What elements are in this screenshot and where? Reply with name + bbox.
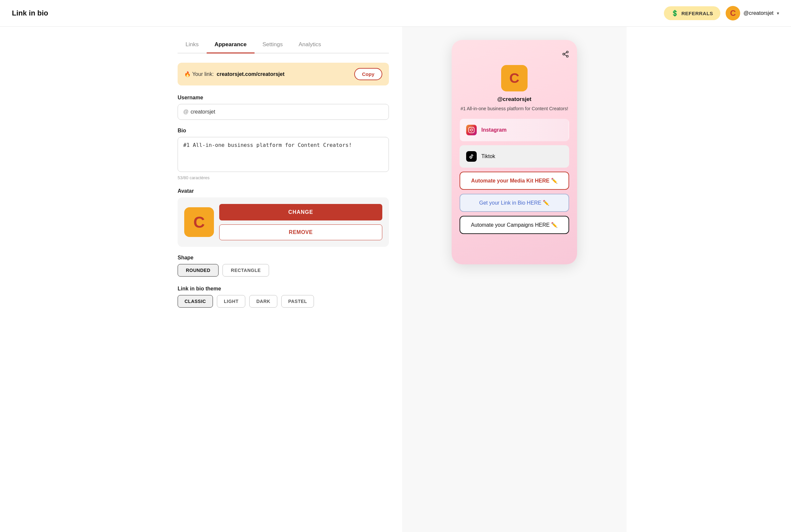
phone-preview: C @creatorsjet #1 All-in-one business pl… <box>452 40 577 264</box>
username-prefix: @ <box>183 109 189 115</box>
username-input-wrapper: @ <box>177 104 389 120</box>
shape-options: ROUNDED RECTANGLE <box>177 264 389 277</box>
svg-line-4 <box>565 53 566 54</box>
tabs: Links Appearance Settings Analytics <box>177 37 389 54</box>
username-field-group: Username @ <box>177 95 389 120</box>
right-panel: C @creatorsjet #1 All-in-one business pl… <box>402 27 627 532</box>
tab-settings[interactable]: Settings <box>255 37 290 54</box>
referrals-icon: 💲 <box>671 10 679 17</box>
avatar: C <box>726 6 740 20</box>
instagram-icon <box>466 125 477 135</box>
preview-link-tiktok-label: Tiktok <box>481 153 495 159</box>
link-bar-emoji: 🔥 <box>184 71 191 77</box>
bio-char-count: 53/80 caractères <box>177 175 389 180</box>
link-bar-text: 🔥 Your link: creatorsjet.com/creatorsjet <box>184 71 285 77</box>
preview-avatar-wrap: C <box>459 65 569 91</box>
bio-input[interactable]: #1 All-in-one business platform for Cont… <box>177 137 389 172</box>
preview-link-media-kit[interactable]: Automate your Media Kit HERE ✏️ <box>459 172 569 190</box>
bio-label: Bio <box>177 128 389 134</box>
username-label: Username <box>177 95 389 101</box>
chevron-down-icon: ▾ <box>777 11 779 16</box>
svg-line-3 <box>565 54 566 56</box>
avatar-buttons: CHANGE REMOVE <box>219 204 382 240</box>
header-right: 💲 REFERRALS C @creatorsjet ▾ <box>664 6 779 20</box>
avatar-label: Avatar <box>177 188 389 194</box>
user-name: @creatorsjet <box>743 10 773 16</box>
username-input[interactable] <box>190 104 383 119</box>
change-avatar-button[interactable]: CHANGE <box>219 204 382 221</box>
link-bar-url: creatorsjet.com/creatorsjet <box>216 71 284 77</box>
link-bar: 🔥 Your link: creatorsjet.com/creatorsjet… <box>177 63 389 86</box>
app-title: Link in bio <box>12 9 48 18</box>
left-panel: Links Appearance Settings Analytics 🔥 Yo… <box>164 27 402 532</box>
avatar-preview: C <box>184 207 214 237</box>
theme-label: Link in bio theme <box>177 286 389 292</box>
header: Link in bio 💲 REFERRALS C @creatorsjet ▾ <box>0 0 791 27</box>
theme-option-classic[interactable]: CLASSIC <box>177 295 213 308</box>
main-layout: Links Appearance Settings Analytics 🔥 Yo… <box>164 27 627 532</box>
svg-rect-5 <box>469 127 474 133</box>
share-icon[interactable] <box>562 51 569 60</box>
tab-appearance[interactable]: Appearance <box>207 37 255 54</box>
bio-field-group: Bio #1 All-in-one business platform for … <box>177 128 389 180</box>
preview-links: Instagram Tiktok Automate your Media Kit… <box>459 119 569 234</box>
shape-option-rectangle[interactable]: RECTANGLE <box>223 264 269 277</box>
shape-option-rounded[interactable]: ROUNDED <box>177 264 219 277</box>
preview-link-campaigns-label: Automate your Campaigns HERE ✏️ <box>471 222 558 228</box>
preview-link-link-bio[interactable]: Get your Link in Bio HERE ✏️ <box>459 194 569 212</box>
tab-analytics[interactable]: Analytics <box>290 37 329 54</box>
tiktok-icon <box>466 151 477 162</box>
theme-option-dark[interactable]: DARK <box>249 295 277 308</box>
avatar-section: C CHANGE REMOVE <box>177 197 389 247</box>
preview-link-link-bio-label: Get your Link in Bio HERE ✏️ <box>479 200 550 206</box>
preview-link-tiktok[interactable]: Tiktok <box>459 145 569 168</box>
avatar-field-group: Avatar C CHANGE REMOVE <box>177 188 389 247</box>
preview-username: @creatorsjet <box>459 96 569 103</box>
remove-avatar-button[interactable]: REMOVE <box>219 224 382 240</box>
preview-header <box>459 51 569 60</box>
theme-section: Link in bio theme CLASSIC LIGHT DARK PAS… <box>177 286 389 308</box>
user-menu[interactable]: C @creatorsjet ▾ <box>726 6 779 20</box>
preview-link-instagram-label: Instagram <box>481 127 506 133</box>
tab-links[interactable]: Links <box>177 37 207 54</box>
preview-link-media-kit-label: Automate your Media Kit HERE ✏️ <box>471 177 558 184</box>
theme-option-light[interactable]: LIGHT <box>217 295 246 308</box>
copy-button[interactable]: Copy <box>354 68 383 80</box>
referrals-button[interactable]: 💲 REFERRALS <box>664 6 720 20</box>
theme-options: CLASSIC LIGHT DARK PASTEL <box>177 295 389 308</box>
preview-link-instagram[interactable]: Instagram <box>459 119 569 141</box>
shape-section: Shape ROUNDED RECTANGLE <box>177 255 389 277</box>
preview-link-campaigns[interactable]: Automate your Campaigns HERE ✏️ <box>459 216 569 234</box>
shape-label: Shape <box>177 255 389 261</box>
theme-option-pastel[interactable]: PASTEL <box>281 295 314 308</box>
preview-avatar: C <box>501 65 528 91</box>
preview-bio: #1 All-in-one business platform for Cont… <box>459 105 569 112</box>
link-bar-prefix: Your link: <box>192 71 213 77</box>
